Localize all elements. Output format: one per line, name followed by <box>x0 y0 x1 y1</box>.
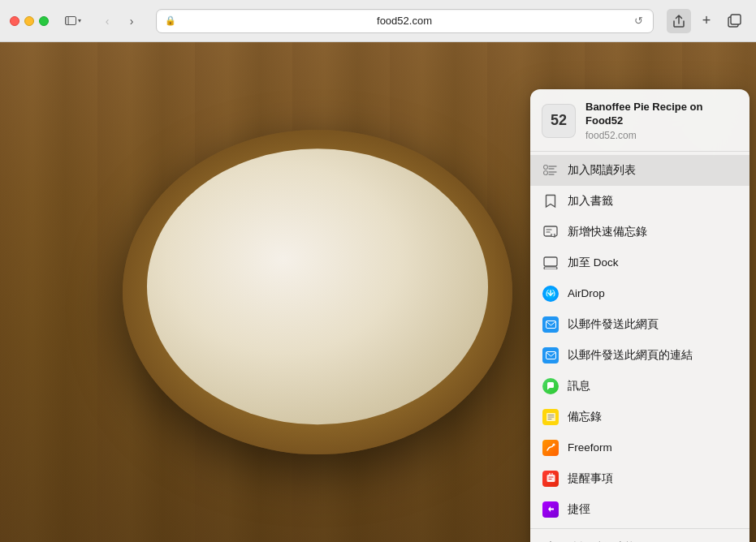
toolbar-right: + <box>667 9 746 33</box>
menu-item-quick-note[interactable]: 新增快速備忘錄 <box>530 217 750 247</box>
content-area: 52 Banoffee Pie Recipe on Food52 food52.… <box>0 42 756 542</box>
svg-point-5 <box>544 170 548 174</box>
mail-page-label: 以郵件發送此網頁 <box>568 317 738 332</box>
lock-icon: 🔒 <box>165 15 176 26</box>
svg-rect-20 <box>546 475 555 482</box>
tabs-icon <box>728 14 741 28</box>
browser-toolbar: ▾ ‹ › 🔒 food52.com ↺ + <box>0 0 756 42</box>
menu-item-bookmark[interactable]: 加入書籤 <box>530 186 750 217</box>
menu-item-reading-list[interactable]: 加入閱讀列表 <box>530 155 750 186</box>
maximize-button[interactable] <box>39 16 49 26</box>
menu-item-edit-extensions[interactable]: 編輯延伸功能… <box>530 532 750 542</box>
tab-overview-button[interactable] <box>722 9 746 33</box>
menu-item-mail-link[interactable]: 以郵件發送此網頁的連結 <box>530 340 750 371</box>
minimize-button[interactable] <box>24 16 34 26</box>
forward-icon: › <box>130 15 134 28</box>
messages-label: 訊息 <box>568 379 738 394</box>
site-favicon: 52 <box>542 104 576 138</box>
notes-icon <box>542 408 559 426</box>
quick-note-label: 新增快速備忘錄 <box>568 225 738 239</box>
sidebar-icon <box>65 16 76 25</box>
popup-header: 52 Banoffee Pie Recipe on Food52 food52.… <box>530 89 750 152</box>
forward-button[interactable]: › <box>120 10 143 32</box>
plus-icon: + <box>702 12 711 29</box>
menu-divider <box>530 528 750 529</box>
airdrop-icon <box>542 285 559 303</box>
quick-note-icon <box>542 223 559 241</box>
messages-icon <box>542 377 559 395</box>
svg-point-19 <box>552 444 555 446</box>
shortcuts-icon <box>542 501 559 518</box>
svg-point-2 <box>544 165 548 169</box>
reading-list-label: 加入閱讀列表 <box>568 163 738 178</box>
menu-item-shortcuts[interactable]: 捷徑 <box>530 494 750 525</box>
traffic-lights <box>10 16 49 26</box>
bookmark-icon <box>542 192 559 210</box>
freeform-label: Freeform <box>568 441 738 454</box>
svg-rect-11 <box>544 257 557 266</box>
popup-menu: 加入閱讀列表 加入書籤 <box>530 152 750 542</box>
sidebar-toggle-button[interactable]: ▾ <box>60 13 86 28</box>
menu-item-notes[interactable]: 備忘錄 <box>530 402 750 432</box>
url-text: food52.com <box>181 15 628 27</box>
svg-rect-1 <box>731 15 741 24</box>
bookmark-label: 加入書籤 <box>568 194 738 209</box>
popup-page-title: Banoffee Pie Recipe on Food52 <box>585 101 738 128</box>
back-button[interactable]: ‹ <box>96 10 119 32</box>
popup-page-url: food52.com <box>585 130 738 141</box>
back-icon: ‹ <box>106 15 110 28</box>
menu-item-messages[interactable]: 訊息 <box>530 371 750 402</box>
reminders-label: 提醒事項 <box>568 471 738 486</box>
airdrop-label: AirDrop <box>568 287 738 299</box>
new-tab-button[interactable]: + <box>694 9 719 33</box>
menu-item-dock[interactable]: 加至 Dock <box>530 247 750 278</box>
mail-link-icon <box>542 346 559 364</box>
edit-extensions-icon <box>542 539 559 542</box>
share-button[interactable] <box>667 9 691 33</box>
menu-item-airdrop[interactable]: AirDrop <box>530 278 750 309</box>
popup-header-text: Banoffee Pie Recipe on Food52 food52.com <box>585 101 738 141</box>
mail-page-icon <box>542 316 559 333</box>
notes-label: 備忘錄 <box>568 410 738 424</box>
dock-icon <box>542 254 559 272</box>
share-icon <box>672 14 685 28</box>
freeform-icon <box>542 439 559 457</box>
chevron-down-icon: ▾ <box>78 17 81 24</box>
svg-rect-13 <box>546 320 555 328</box>
shortcuts-label: 捷徑 <box>568 502 738 517</box>
dock-label: 加至 Dock <box>568 256 738 270</box>
reminders-icon <box>542 470 559 488</box>
reading-list-icon <box>542 161 559 179</box>
menu-item-reminders[interactable]: 提醒事項 <box>530 463 750 494</box>
close-button[interactable] <box>10 16 19 26</box>
menu-item-mail-page[interactable]: 以郵件發送此網頁 <box>530 309 750 340</box>
share-popup: 52 Banoffee Pie Recipe on Food52 food52.… <box>530 89 750 542</box>
svg-rect-14 <box>546 351 555 359</box>
menu-item-freeform[interactable]: Freeform <box>530 432 750 463</box>
nav-buttons: ‹ › <box>96 10 143 32</box>
reload-button[interactable]: ↺ <box>633 13 645 28</box>
svg-rect-12 <box>544 267 557 269</box>
pie-cream <box>147 148 488 424</box>
address-bar[interactable]: 🔒 food52.com ↺ <box>156 9 654 33</box>
mail-link-label: 以郵件發送此網頁的連結 <box>568 348 738 363</box>
